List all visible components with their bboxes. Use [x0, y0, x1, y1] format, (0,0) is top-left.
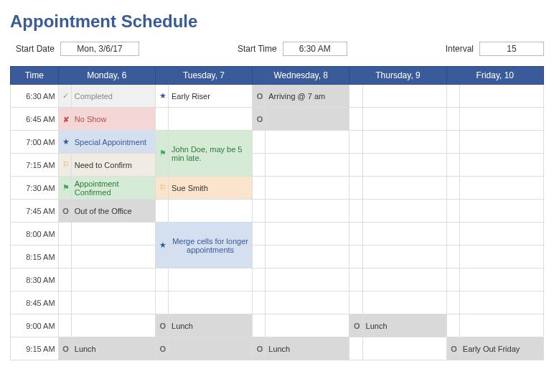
- cell-icon[interactable]: [446, 200, 459, 223]
- cell-label[interactable]: [266, 154, 349, 177]
- cell-icon[interactable]: [446, 154, 459, 177]
- cell-icon[interactable]: [349, 246, 362, 269]
- cell-label[interactable]: [362, 108, 446, 131]
- cell-icon[interactable]: [253, 223, 266, 246]
- cell-icon[interactable]: [349, 85, 362, 108]
- cell-label[interactable]: Lunch: [362, 314, 446, 337]
- cell-label[interactable]: John Doe, may be 5 min late.: [169, 131, 253, 177]
- cell-icon[interactable]: [58, 246, 71, 269]
- cell-icon[interactable]: [253, 131, 266, 154]
- cell-label[interactable]: [362, 177, 446, 200]
- cell-icon[interactable]: [349, 154, 362, 177]
- star-icon[interactable]: ★: [155, 223, 168, 269]
- cell-label[interactable]: [459, 85, 543, 108]
- cell-icon[interactable]: [446, 177, 459, 200]
- flag-orange-icon[interactable]: ⚐: [155, 177, 168, 200]
- cell-icon[interactable]: [446, 269, 459, 291]
- cell-icon[interactable]: [446, 246, 459, 269]
- interval-input[interactable]: 15: [479, 42, 544, 56]
- cell-label[interactable]: [362, 337, 446, 360]
- cell-label[interactable]: [459, 131, 543, 154]
- cell-label[interactable]: Merge cells for longer appointments: [169, 223, 253, 269]
- flag-green-icon[interactable]: ⚑: [58, 177, 71, 200]
- cell-icon[interactable]: [446, 108, 459, 131]
- cell-label[interactable]: Early Out Friday: [459, 337, 543, 360]
- cell-icon[interactable]: [253, 246, 266, 269]
- cell-label[interactable]: [362, 85, 446, 108]
- cell-icon[interactable]: [253, 269, 266, 291]
- check-icon[interactable]: ✓: [58, 85, 71, 108]
- cell-icon[interactable]: [58, 223, 71, 246]
- cell-label[interactable]: [169, 269, 253, 291]
- cell-label[interactable]: [459, 177, 543, 200]
- cell-icon[interactable]: [155, 108, 168, 131]
- cell-label[interactable]: [459, 200, 543, 223]
- cell-label[interactable]: [362, 200, 446, 223]
- cell-icon[interactable]: [155, 269, 168, 291]
- start-time-input[interactable]: 6:30 AM: [283, 42, 347, 56]
- cell-label[interactable]: [459, 269, 543, 291]
- cell-label[interactable]: [266, 291, 349, 314]
- cell-icon[interactable]: [349, 337, 362, 360]
- circle-icon[interactable]: O: [253, 337, 266, 360]
- star-icon[interactable]: ★: [155, 85, 168, 108]
- cell-icon[interactable]: [349, 131, 362, 154]
- flag-orange-icon[interactable]: ⚐: [58, 154, 71, 177]
- cell-label[interactable]: No Show: [71, 108, 155, 131]
- flag-green-icon[interactable]: ⚑: [155, 131, 168, 177]
- cell-label[interactable]: Need to Confirm: [71, 154, 155, 177]
- cell-icon[interactable]: [446, 314, 459, 337]
- cell-label[interactable]: [362, 223, 446, 246]
- circle-icon[interactable]: O: [58, 200, 71, 223]
- cell-icon[interactable]: [446, 223, 459, 246]
- cell-label[interactable]: Sue Smith: [169, 177, 253, 200]
- cell-icon[interactable]: [58, 291, 71, 314]
- cell-icon[interactable]: [58, 269, 71, 291]
- cell-icon[interactable]: [349, 291, 362, 314]
- cell-label[interactable]: [459, 154, 543, 177]
- cell-label[interactable]: [362, 246, 446, 269]
- cell-label[interactable]: Arriving @ 7 am: [266, 85, 349, 108]
- cell-label[interactable]: [266, 177, 349, 200]
- cell-label[interactable]: [71, 269, 155, 291]
- circle-icon[interactable]: O: [253, 85, 266, 108]
- cell-icon[interactable]: [253, 200, 266, 223]
- cell-label[interactable]: [71, 291, 155, 314]
- cell-label[interactable]: [362, 131, 446, 154]
- cell-icon[interactable]: [253, 314, 266, 337]
- cell-label[interactable]: [266, 131, 349, 154]
- cell-label[interactable]: [266, 223, 349, 246]
- cell-label[interactable]: [362, 291, 446, 314]
- circle-icon[interactable]: O: [58, 337, 71, 360]
- cell-label[interactable]: Lunch: [266, 337, 349, 360]
- cell-label[interactable]: [362, 269, 446, 291]
- cell-label[interactable]: [71, 314, 155, 337]
- cell-icon[interactable]: [349, 269, 362, 291]
- cell-label[interactable]: [266, 200, 349, 223]
- cell-label[interactable]: [71, 223, 155, 246]
- star-icon[interactable]: ★: [58, 131, 71, 154]
- cell-icon[interactable]: [155, 291, 168, 314]
- cell-icon[interactable]: [253, 291, 266, 314]
- cell-label[interactable]: [266, 246, 349, 269]
- circle-icon[interactable]: O: [155, 337, 168, 360]
- cell-label[interactable]: [266, 108, 349, 131]
- cell-label[interactable]: [459, 246, 543, 269]
- cell-icon[interactable]: [58, 314, 71, 337]
- cell-label[interactable]: Lunch: [169, 314, 253, 337]
- cell-label[interactable]: [266, 314, 349, 337]
- cell-icon[interactable]: [155, 200, 168, 223]
- cell-label[interactable]: [459, 223, 543, 246]
- cell-label[interactable]: Special Appointment: [71, 131, 155, 154]
- cell-label[interactable]: [459, 108, 543, 131]
- cell-icon[interactable]: [349, 177, 362, 200]
- cell-label[interactable]: Early Riser: [169, 85, 253, 108]
- cell-label[interactable]: [459, 291, 543, 314]
- cell-label[interactable]: Lunch: [71, 337, 155, 360]
- cell-icon[interactable]: [349, 223, 362, 246]
- cell-label[interactable]: [459, 314, 543, 337]
- cell-icon[interactable]: [349, 108, 362, 131]
- cell-icon[interactable]: [349, 200, 362, 223]
- circle-icon[interactable]: O: [155, 314, 168, 337]
- circle-icon[interactable]: O: [446, 337, 459, 360]
